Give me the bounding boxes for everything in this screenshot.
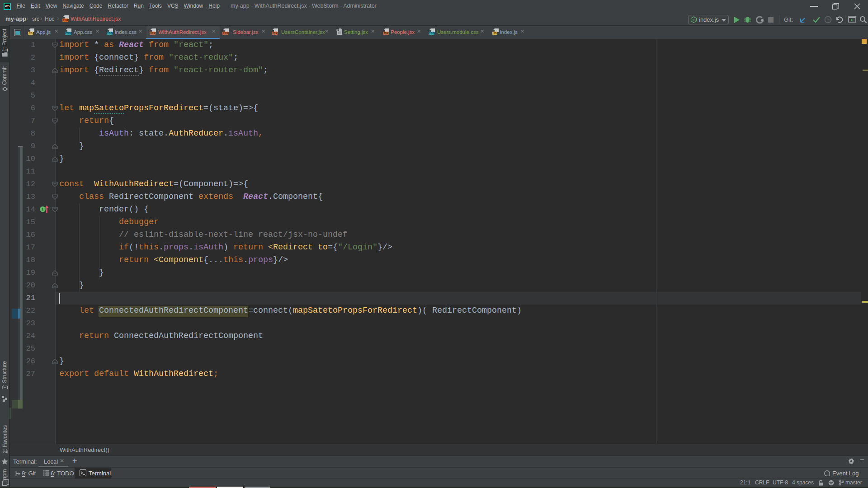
svg-text:JS: JS bbox=[29, 32, 33, 35]
svg-text:JSX: JSX bbox=[383, 32, 389, 35]
svg-text:JSX: JSX bbox=[272, 32, 278, 35]
svg-text:CSS: CSS bbox=[429, 32, 435, 35]
svg-text:JS: JS bbox=[493, 32, 497, 35]
svg-text:WS: WS bbox=[5, 5, 10, 8]
svg-text:JSX: JSX bbox=[222, 32, 228, 35]
svg-text:JSX: JSX bbox=[150, 32, 156, 35]
svg-text:CSS: CSS bbox=[65, 32, 71, 35]
svg-text:JS: JS bbox=[692, 19, 696, 22]
svg-text:I: I bbox=[42, 207, 43, 211]
svg-text:CSS: CSS bbox=[107, 32, 113, 35]
svg-text:JSX: JSX bbox=[62, 19, 68, 22]
